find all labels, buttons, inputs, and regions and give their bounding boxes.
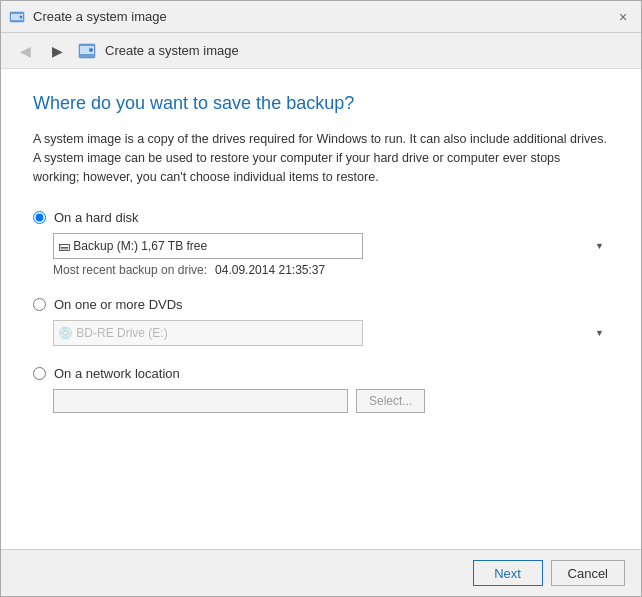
- network-option: On a network location Select...: [33, 366, 609, 413]
- hard-disk-radio[interactable]: [33, 211, 46, 224]
- dvd-label[interactable]: On one or more DVDs: [33, 297, 609, 312]
- forward-button[interactable]: ▶: [45, 39, 69, 63]
- window-icon: [9, 9, 25, 25]
- hard-disk-select-container: 🖴 Backup (M:) 1,67 TB free: [53, 233, 609, 259]
- hard-disk-option: On a hard disk 🖴 Backup (M:) 1,67 TB fre…: [33, 210, 609, 277]
- hard-disk-select[interactable]: 🖴 Backup (M:) 1,67 TB free: [53, 233, 363, 259]
- network-label[interactable]: On a network location: [33, 366, 609, 381]
- page-heading: Where do you want to save the backup?: [33, 93, 609, 114]
- dvd-option: On one or more DVDs 💿 BD-RE Drive (E:): [33, 297, 609, 346]
- recent-backup-label: Most recent backup on drive:: [53, 263, 207, 277]
- hard-disk-label[interactable]: On a hard disk: [33, 210, 609, 225]
- close-button[interactable]: ×: [613, 7, 633, 27]
- description-text: A system image is a copy of the drives r…: [33, 130, 609, 186]
- title-bar: Create a system image ×: [1, 1, 641, 33]
- network-radio[interactable]: [33, 367, 46, 380]
- window: Create a system image × ◀ ▶ Create a sys…: [0, 0, 642, 597]
- hard-disk-sub: 🖴 Backup (M:) 1,67 TB free Most recent b…: [53, 233, 609, 277]
- nav-bar: ◀ ▶ Create a system image: [1, 33, 641, 69]
- back-icon: ◀: [20, 43, 31, 59]
- footer: Next Cancel: [1, 549, 641, 596]
- dvd-radio[interactable]: [33, 298, 46, 311]
- svg-point-5: [89, 48, 93, 52]
- options-section: On a hard disk 🖴 Backup (M:) 1,67 TB fre…: [33, 210, 609, 413]
- title-bar-text: Create a system image: [33, 9, 167, 24]
- forward-icon: ▶: [52, 43, 63, 59]
- dvd-select[interactable]: 💿 BD-RE Drive (E:): [53, 320, 363, 346]
- nav-title: Create a system image: [105, 43, 239, 58]
- dvd-sub: 💿 BD-RE Drive (E:): [53, 320, 609, 346]
- page-icon: [77, 41, 97, 61]
- svg-point-2: [20, 15, 23, 18]
- next-button[interactable]: Next: [473, 560, 543, 586]
- cancel-button[interactable]: Cancel: [551, 560, 625, 586]
- dvd-select-container: 💿 BD-RE Drive (E:): [53, 320, 609, 346]
- network-sub: Select...: [53, 389, 609, 413]
- title-bar-left: Create a system image: [9, 9, 167, 25]
- recent-backup-row: Most recent backup on drive: 04.09.2014 …: [53, 263, 609, 277]
- network-input-row: Select...: [53, 389, 609, 413]
- content-area: Where do you want to save the backup? A …: [1, 69, 641, 549]
- recent-backup-value: 04.09.2014 21:35:37: [215, 263, 325, 277]
- back-button[interactable]: ◀: [13, 39, 37, 63]
- network-select-button[interactable]: Select...: [356, 389, 425, 413]
- network-path-input[interactable]: [53, 389, 348, 413]
